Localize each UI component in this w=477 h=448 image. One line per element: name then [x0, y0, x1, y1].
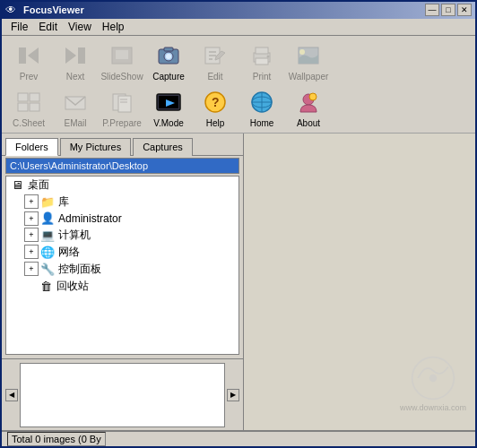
admin-label: Administrator — [58, 212, 122, 225]
title-bar: 👁 FocusViewer — □ ✕ — [2, 2, 475, 19]
window: 👁 FocusViewer — □ ✕ File Edit View Help — [0, 0, 477, 448]
capture-icon — [154, 41, 183, 70]
watermark: www.downxia.com — [400, 356, 466, 412]
controlpanel-label: 控制面板 — [58, 262, 101, 277]
network-expander[interactable]: + — [24, 245, 39, 259]
email-icon — [61, 88, 90, 116]
about-button[interactable]: About — [285, 84, 332, 131]
main-area: Folders My Pictures Captures 🖥 桌面 + 📁 — [2, 134, 475, 430]
library-label: 库 — [58, 194, 69, 210]
window-title: FocusViewer — [20, 4, 84, 15]
network-icon: 🌐 — [40, 245, 55, 259]
svg-rect-20 — [18, 93, 28, 101]
computer-expander[interactable]: + — [24, 228, 39, 242]
home-button[interactable]: Home — [238, 84, 285, 131]
svg-point-17 — [267, 55, 270, 57]
next-button[interactable]: Next — [52, 38, 99, 84]
minimize-button[interactable]: — — [425, 4, 439, 16]
menu-view[interactable]: View — [63, 19, 97, 35]
recycle-icon: 🗑 — [39, 279, 53, 293]
tab-folders[interactable]: Folders — [5, 138, 58, 156]
next-icon — [61, 41, 90, 70]
tab-mypictures[interactable]: My Pictures — [60, 138, 131, 156]
vmode-label: V.Mode — [153, 118, 184, 128]
svg-rect-9 — [164, 47, 173, 51]
svg-marker-0 — [28, 47, 39, 64]
maximize-button[interactable]: □ — [441, 4, 455, 16]
edit-icon — [201, 41, 230, 70]
csheet-button[interactable]: C.Sheet — [5, 84, 52, 131]
tree-item-recycle[interactable]: 🗑 回收站 — [6, 278, 238, 295]
computer-icon: 💻 — [40, 228, 55, 242]
pprepare-label: P.Prepare — [102, 118, 142, 128]
prev-label: Prev — [20, 72, 39, 82]
tree-item-network[interactable]: + 🌐 网络 — [6, 244, 238, 261]
svg-marker-2 — [65, 47, 76, 64]
tab-captures[interactable]: Captures — [133, 138, 193, 156]
tree-item-library[interactable]: + 📁 库 — [6, 194, 238, 211]
menu-file[interactable]: File — [5, 19, 33, 35]
right-panel: www.downxia.com — [244, 134, 475, 430]
about-icon — [294, 88, 323, 116]
slideshow-icon — [108, 41, 136, 70]
desktop-icon: 🖥 — [10, 177, 24, 192]
pprepare-button[interactable]: P.Prepare — [99, 84, 145, 131]
svg-rect-1 — [19, 47, 26, 64]
admin-expander[interactable]: + — [24, 211, 39, 226]
prev-button[interactable]: Prev — [5, 38, 52, 84]
tree-view[interactable]: 🖥 桌面 + 📁 库 + 👤 Administrator + — [5, 176, 239, 355]
path-input[interactable] — [5, 158, 239, 174]
email-label: EMail — [64, 118, 86, 128]
controlpanel-expander[interactable]: + — [24, 262, 39, 276]
status-bar: Total 0 images (0 By — [2, 430, 475, 446]
csheet-icon — [14, 88, 43, 116]
path-bar — [2, 155, 243, 176]
tree-item-admin[interactable]: + 👤 Administrator — [6, 211, 238, 227]
wallpaper-icon — [294, 41, 323, 70]
svg-rect-3 — [78, 47, 85, 64]
home-label: Home — [250, 118, 274, 128]
window-controls: — □ ✕ — [425, 4, 472, 16]
next-label: Next — [66, 72, 85, 82]
library-expander[interactable]: + — [24, 194, 39, 209]
help-button[interactable]: ? Help — [192, 84, 238, 131]
tree-item-computer[interactable]: + 💻 计算机 — [6, 227, 238, 244]
home-icon — [247, 88, 276, 116]
status-text: Total 0 images (0 By — [7, 432, 106, 446]
svg-rect-16 — [256, 58, 268, 65]
vmode-button[interactable]: V.Mode — [145, 84, 192, 131]
svg-rect-26 — [118, 96, 131, 112]
menu-edit[interactable]: Edit — [33, 19, 63, 35]
svg-rect-23 — [30, 103, 39, 111]
svg-rect-22 — [18, 103, 28, 111]
svg-point-39 — [309, 93, 317, 100]
computer-label: 计算机 — [58, 228, 91, 243]
menu-help[interactable]: Help — [97, 19, 130, 35]
tree-item-desktop[interactable]: 🖥 桌面 — [6, 177, 238, 194]
tree-item-controlpanel[interactable]: + 🔧 控制面板 — [6, 261, 238, 278]
thumb-scroll-right[interactable]: ▶ — [227, 389, 239, 401]
about-label: About — [297, 118, 320, 128]
watermark-text: www.downxia.com — [400, 403, 466, 412]
help-label: Help — [206, 118, 225, 128]
thumb-scroll-left[interactable]: ◀ — [5, 389, 18, 401]
recycle-label: 回收站 — [56, 279, 89, 294]
edit-label: Edit — [207, 72, 222, 82]
status-message: Total 0 images (0 By — [12, 434, 101, 444]
svg-point-8 — [166, 54, 171, 59]
slideshow-label: SlideShow — [100, 72, 143, 82]
tab-bar: Folders My Pictures Captures — [2, 134, 243, 155]
print-label: Print — [253, 72, 272, 82]
capture-button[interactable]: Capture — [145, 38, 192, 84]
email-button[interactable]: EMail — [52, 84, 99, 131]
controlpanel-icon: 🔧 — [40, 262, 55, 276]
wallpaper-button[interactable]: Wallpaper — [285, 38, 332, 84]
print-button[interactable]: Print — [238, 38, 285, 84]
admin-icon: 👤 — [40, 211, 55, 226]
svg-point-41 — [429, 375, 437, 382]
help-icon: ? — [201, 88, 230, 116]
vmode-icon — [154, 88, 183, 116]
close-button[interactable]: ✕ — [457, 4, 472, 16]
edit-button[interactable]: Edit — [192, 38, 238, 84]
slideshow-button[interactable]: SlideShow — [99, 38, 145, 84]
